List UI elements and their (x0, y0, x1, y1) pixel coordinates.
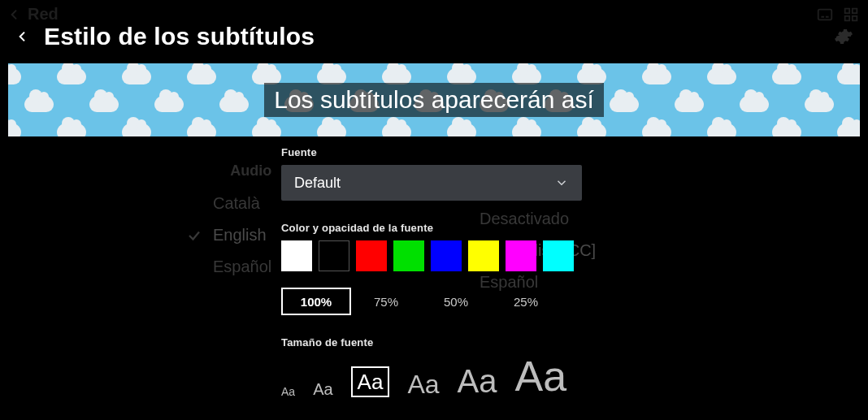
font-size-option[interactable]: Aa (313, 381, 332, 397)
cloud-decoration (707, 123, 736, 136)
color-swatch[interactable] (356, 240, 387, 271)
font-section-label: Fuente (281, 146, 582, 158)
cloud-decoration (57, 123, 86, 136)
audio-option: Español (187, 258, 271, 276)
back-button[interactable] (15, 25, 31, 48)
opacity-option[interactable]: 25% (491, 288, 561, 315)
cloud-decoration (252, 123, 281, 136)
cloud-decoration (122, 68, 151, 84)
cloud-decoration (24, 96, 54, 112)
background-header: Red (8, 5, 860, 24)
cloud-decoration (837, 68, 860, 84)
cloud-decoration (219, 96, 249, 112)
cloud-decoration (512, 123, 541, 136)
cloud-decoration (57, 68, 86, 84)
color-swatch[interactable] (393, 240, 424, 271)
opacity-option[interactable]: 100% (281, 288, 351, 315)
cloud-decoration (772, 123, 801, 136)
chevron-down-icon (554, 175, 569, 190)
subtitle-preview: Los subtítulos aparecerán así (8, 63, 860, 136)
audio-option: English (187, 226, 271, 245)
cloud-decoration (610, 96, 639, 112)
subtitle-sample-text: Los subtítulos aparecerán así (264, 83, 604, 117)
cloud-decoration (447, 123, 476, 136)
page-header: Estilo de los subtítulos (15, 23, 853, 50)
cloud-decoration (675, 96, 704, 112)
cloud-decoration (8, 123, 21, 136)
cloud-decoration (154, 96, 184, 112)
opacity-option[interactable]: 50% (421, 288, 491, 315)
opacity-option[interactable]: 75% (351, 288, 421, 315)
font-size-option[interactable]: Aa (458, 365, 497, 397)
color-swatch[interactable] (281, 240, 312, 271)
color-section-label: Color y opacidad de la fuente (281, 222, 582, 234)
cloud-decoration (642, 123, 671, 136)
cloud-decoration (122, 123, 151, 136)
cloud-decoration (577, 123, 606, 136)
font-size-row: AaAaAaAaAaAa (281, 355, 582, 397)
font-size-option[interactable]: Aa (407, 371, 439, 397)
color-swatch[interactable] (468, 240, 499, 271)
cloud-decoration (382, 68, 411, 84)
audio-heading: Audio (187, 162, 271, 180)
cloud-decoration (8, 68, 21, 84)
subtitle-style-panel: Fuente Default Color y opacidad de la fu… (281, 146, 582, 397)
cloud-decoration (447, 68, 476, 84)
font-dropdown[interactable]: Default (281, 165, 582, 201)
cloud-decoration (740, 96, 769, 112)
font-size-option[interactable]: Aa (281, 386, 295, 397)
svg-rect-0 (818, 9, 832, 19)
audio-option: Català (187, 194, 271, 213)
color-swatch[interactable] (506, 240, 536, 271)
check-icon (187, 228, 202, 243)
ghost-title: Red (28, 5, 59, 24)
font-size-option[interactable]: Aa (351, 366, 390, 397)
color-swatch[interactable] (543, 240, 574, 271)
cloud-decoration (642, 68, 671, 84)
cloud-decoration (772, 68, 801, 84)
cloud-decoration (577, 68, 606, 84)
cloud-decoration (837, 123, 860, 136)
cloud-decoration (187, 68, 216, 84)
cloud-decoration (317, 123, 346, 136)
cloud-decoration (187, 123, 216, 136)
cloud-decoration (252, 68, 281, 84)
color-swatch[interactable] (431, 240, 462, 271)
font-dropdown-value: Default (294, 175, 341, 192)
cloud-decoration (707, 68, 736, 84)
color-swatch[interactable] (319, 240, 349, 271)
cloud-decoration (512, 68, 541, 84)
cloud-decoration (89, 96, 119, 112)
page-title: Estilo de los subtítulos (44, 23, 315, 50)
color-swatch-row (281, 240, 582, 271)
font-size-option[interactable]: Aa (514, 355, 566, 397)
cloud-decoration (317, 68, 346, 84)
size-section-label: Tamaño de fuente (281, 336, 582, 349)
opacity-row: 100%75%50%25% (281, 288, 582, 315)
cloud-decoration (382, 123, 411, 136)
cloud-decoration (805, 96, 834, 112)
settings-button[interactable] (834, 27, 853, 46)
